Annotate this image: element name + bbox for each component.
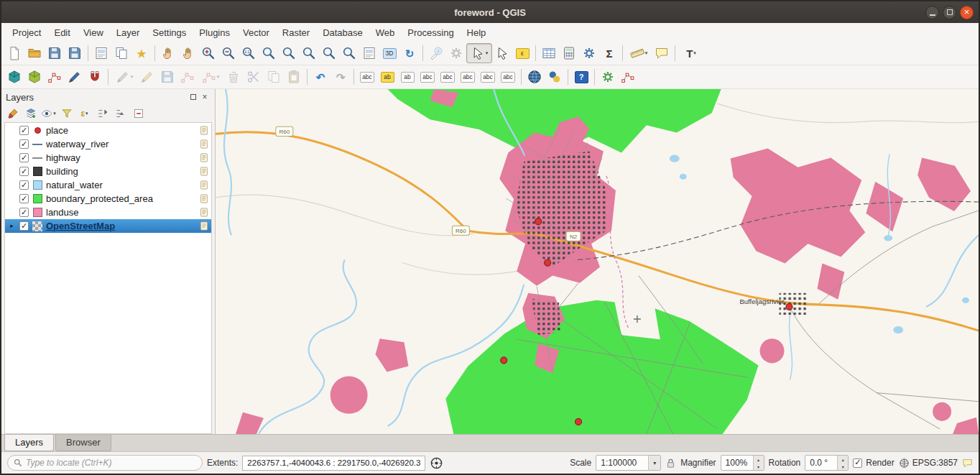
refresh-map-button[interactable]: ↻: [399, 43, 420, 63]
map-themes-dropdown-icon[interactable]: ▾: [53, 111, 56, 116]
data-source-manager-button[interactable]: [4, 67, 24, 87]
menu-edit[interactable]: Edit: [47, 25, 76, 40]
redo-button[interactable]: ↷: [330, 67, 351, 87]
expand-all-button[interactable]: [94, 106, 111, 121]
open-layer-styling-button[interactable]: [4, 106, 21, 121]
rotation-spin-up-icon[interactable]: ▴: [838, 456, 848, 463]
magnifier-spin-down-icon[interactable]: ▾: [754, 463, 764, 470]
pan-map-button[interactable]: [158, 43, 178, 63]
text-annotation-button[interactable]: T▾: [678, 43, 704, 63]
run-feature-action-button[interactable]: [446, 43, 466, 63]
layer-row-building[interactable]: ✓ building: [5, 165, 211, 178]
current-edits-dropdown-icon[interactable]: ▾: [131, 74, 134, 80]
zoom-out-button[interactable]: [218, 43, 239, 63]
highlight-pinned-labels-button[interactable]: ab: [397, 67, 417, 87]
menu-layer[interactable]: Layer: [110, 25, 147, 40]
statistical-summary-button[interactable]: Σ: [599, 43, 619, 63]
zoom-last-button[interactable]: [319, 43, 339, 63]
pan-to-selection-button[interactable]: [178, 43, 198, 63]
tab-layers[interactable]: Layers: [4, 435, 54, 451]
crs-status[interactable]: EPSG:3857: [899, 458, 958, 469]
filter-legend-button[interactable]: [58, 106, 75, 121]
field-calculator-button[interactable]: [559, 43, 579, 63]
layer-row-place[interactable]: ✓ place: [5, 124, 211, 137]
undo-button[interactable]: ↶: [310, 67, 330, 87]
locate-input[interactable]: [26, 458, 196, 468]
new-spatialite-layer-button[interactable]: [65, 67, 85, 87]
measure-button[interactable]: ▾: [626, 43, 652, 63]
zoom-to-selection-button[interactable]: [279, 43, 299, 63]
layer-row-landuse[interactable]: ✓ landuse: [5, 206, 211, 219]
menu-web[interactable]: Web: [369, 25, 402, 40]
select-features-button[interactable]: ▾: [466, 43, 492, 63]
move-label-button[interactable]: abc: [458, 67, 478, 87]
save-layer-edits-button[interactable]: [157, 67, 177, 87]
zoom-native-resolution-button[interactable]: [239, 43, 259, 63]
add-feature-button[interactable]: [177, 67, 198, 87]
zoom-next-button[interactable]: [339, 43, 359, 63]
cut-features-button[interactable]: [244, 67, 264, 87]
layer-checkbox[interactable]: ✓: [19, 153, 29, 162]
layer-labeling-options-button[interactable]: abc: [357, 67, 377, 87]
deselect-features-button[interactable]: ε: [512, 43, 532, 63]
new-print-layout-button[interactable]: [91, 43, 111, 63]
graphical-modeler-button[interactable]: [618, 67, 638, 87]
magnifier-spinbox[interactable]: 100% ▴ ▾: [721, 455, 764, 471]
zoom-full-extent-button[interactable]: [259, 43, 279, 63]
new-project-button[interactable]: [4, 43, 24, 63]
select-features-dropdown-icon[interactable]: ▾: [486, 50, 489, 56]
zoom-in-button[interactable]: [198, 43, 218, 63]
layer-row-openstreetmap[interactable]: ▸ ✓ OpenStreetMap: [5, 219, 211, 233]
magnifier-lock-icon[interactable]: [665, 458, 676, 469]
zoom-to-layer-button[interactable]: [299, 43, 319, 63]
rotate-label-button[interactable]: abc: [478, 67, 498, 87]
change-label-properties-button[interactable]: abc: [498, 67, 518, 87]
locate-search[interactable]: [7, 455, 203, 471]
help-button[interactable]: ?: [571, 67, 591, 87]
layer-checkbox[interactable]: ✓: [19, 194, 29, 203]
paste-features-button[interactable]: [284, 67, 304, 87]
layer-checkbox[interactable]: ✓: [19, 180, 29, 190]
identify-features-button[interactable]: [426, 43, 446, 63]
style-manager-button[interactable]: ★: [131, 43, 152, 63]
new-shapefile-layer-button[interactable]: [45, 67, 65, 87]
new-3d-map-view-button[interactable]: 3D: [379, 43, 399, 63]
layer-checkbox[interactable]: ✓: [19, 167, 29, 176]
measure-dropdown-icon[interactable]: ▾: [645, 50, 648, 56]
extents-toggle-button[interactable]: [430, 456, 443, 470]
delete-selected-button[interactable]: [223, 67, 244, 87]
layer-row-highway[interactable]: ✓ highway: [5, 151, 211, 165]
messages-button[interactable]: [962, 458, 973, 469]
menu-processing[interactable]: Processing: [401, 25, 460, 40]
menu-settings[interactable]: Settings: [146, 25, 193, 40]
toggle-editing-button[interactable]: [137, 67, 157, 87]
layer-diagram-options-button[interactable]: ab: [377, 67, 397, 87]
new-geopackage-layer-button[interactable]: [24, 67, 45, 87]
menu-database[interactable]: Database: [316, 25, 369, 40]
python-console-button[interactable]: [545, 67, 565, 87]
select-features-by-value-button[interactable]: [492, 43, 512, 63]
window-minimize-button[interactable]: [925, 6, 939, 19]
scale-dropdown-icon[interactable]: ▾: [648, 456, 660, 470]
snapping-options-button[interactable]: [85, 67, 105, 87]
layer-checkbox[interactable]: ✓: [19, 208, 29, 217]
save-project-as-button[interactable]: [65, 43, 85, 63]
window-maximize-button[interactable]: [943, 6, 956, 19]
remove-layer-button[interactable]: [130, 106, 147, 121]
filter-legend-by-expression-button[interactable]: ε▾: [76, 106, 93, 121]
options-button[interactable]: [579, 43, 599, 63]
tab-browser[interactable]: Browser: [55, 435, 111, 451]
window-titlebar[interactable]: foreword - QGIS ×: [1, 1, 979, 23]
processing-toolbox-button[interactable]: [598, 67, 618, 87]
menu-plugins[interactable]: Plugins: [193, 25, 236, 40]
menu-project[interactable]: Project: [6, 25, 47, 40]
menu-view[interactable]: View: [77, 25, 110, 40]
panel-close-button[interactable]: ×: [199, 91, 211, 103]
rotation-spin-down-icon[interactable]: ▾: [838, 463, 848, 470]
current-edits-button[interactable]: ▾: [111, 67, 137, 87]
add-group-button[interactable]: [22, 106, 39, 121]
map-canvas[interactable]: Buffeljagsrivier R60 R60 N2: [216, 89, 979, 434]
layer-row-boundary-protected-area[interactable]: ✓ boundary_protected_area: [5, 192, 211, 206]
copy-features-button[interactable]: [264, 67, 284, 87]
layer-checkbox[interactable]: ✓: [19, 139, 29, 149]
